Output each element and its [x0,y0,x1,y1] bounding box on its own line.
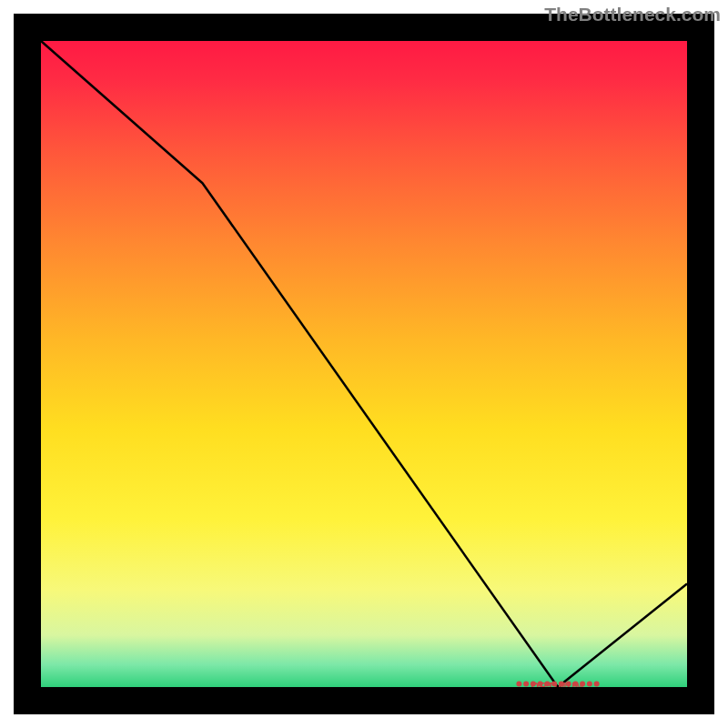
chart-container: TheBottleneck.com OPTIMUM [0,0,728,728]
bottleneck-chart: OPTIMUM [0,0,728,728]
optimum-marker-dot [516,681,521,686]
optimum-marker-dot [587,681,592,686]
optimum-marker-dot [594,681,600,686]
attribution-text: TheBottleneck.com [544,4,721,25]
optimum-marker-dot [523,681,529,686]
gradient-background [41,41,687,687]
